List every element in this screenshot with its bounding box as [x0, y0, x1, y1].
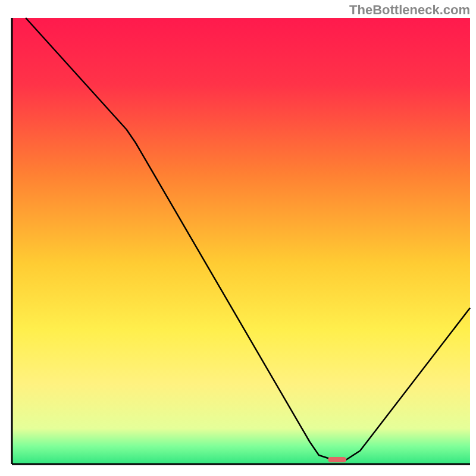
- watermark-text: TheBottleneck.com: [349, 2, 470, 18]
- target-marker: [328, 457, 346, 462]
- chart-container: TheBottleneck.com: [0, 0, 476, 476]
- bottleneck-chart: [0, 0, 476, 476]
